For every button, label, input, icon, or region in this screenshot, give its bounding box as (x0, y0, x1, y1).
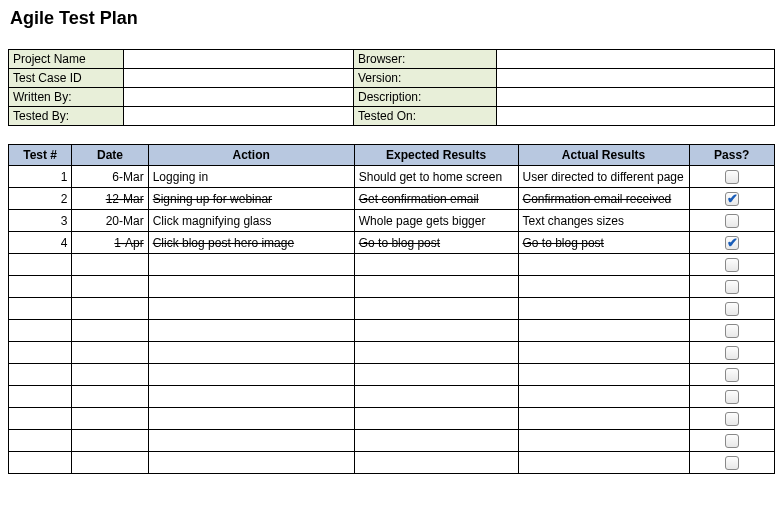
meta-value[interactable] (497, 69, 775, 88)
cell-expected[interactable] (354, 452, 518, 474)
cell-action[interactable]: Logging in (148, 166, 354, 188)
pass-checkbox[interactable] (725, 456, 739, 470)
pass-checkbox[interactable] (725, 346, 739, 360)
cell-date[interactable] (72, 386, 148, 408)
meta-value[interactable] (124, 107, 354, 126)
cell-actual[interactable] (518, 276, 689, 298)
cell-pass (689, 320, 774, 342)
table-row (9, 342, 775, 364)
cell-action[interactable] (148, 452, 354, 474)
cell-test[interactable] (9, 430, 72, 452)
cell-actual[interactable]: Text changes sizes (518, 210, 689, 232)
pass-checkbox[interactable] (725, 412, 739, 426)
cell-test[interactable] (9, 408, 72, 430)
cell-test[interactable] (9, 452, 72, 474)
pass-checkbox[interactable] (725, 192, 739, 206)
cell-actual[interactable] (518, 342, 689, 364)
pass-checkbox[interactable] (725, 214, 739, 228)
pass-checkbox[interactable] (725, 258, 739, 272)
cell-date[interactable] (72, 276, 148, 298)
cell-action[interactable] (148, 364, 354, 386)
cell-action[interactable]: Signing up for webinar (148, 188, 354, 210)
cell-test[interactable] (9, 254, 72, 276)
cell-expected[interactable] (354, 364, 518, 386)
meta-value[interactable] (124, 69, 354, 88)
cell-expected[interactable] (354, 276, 518, 298)
cell-expected[interactable] (354, 320, 518, 342)
cell-expected[interactable] (354, 298, 518, 320)
pass-checkbox[interactable] (725, 236, 739, 250)
cell-action[interactable] (148, 342, 354, 364)
cell-action[interactable] (148, 320, 354, 342)
cell-expected[interactable]: Get confirmation email (354, 188, 518, 210)
cell-date[interactable] (72, 298, 148, 320)
cell-actual[interactable]: User directed to different page (518, 166, 689, 188)
cell-expected[interactable] (354, 430, 518, 452)
pass-checkbox[interactable] (725, 170, 739, 184)
cell-test[interactable] (9, 342, 72, 364)
cell-actual[interactable] (518, 430, 689, 452)
cell-date[interactable]: 1-Apr (72, 232, 148, 254)
cell-action[interactable] (148, 430, 354, 452)
cell-actual[interactable] (518, 364, 689, 386)
meta-value[interactable] (124, 50, 354, 69)
pass-checkbox[interactable] (725, 280, 739, 294)
cell-actual[interactable]: Confirmation email received (518, 188, 689, 210)
cell-test[interactable] (9, 320, 72, 342)
pass-checkbox[interactable] (725, 434, 739, 448)
pass-checkbox[interactable] (725, 324, 739, 338)
cell-actual[interactable] (518, 320, 689, 342)
cell-actual[interactable] (518, 408, 689, 430)
cell-date[interactable] (72, 320, 148, 342)
cell-date[interactable]: 20-Mar (72, 210, 148, 232)
cell-date[interactable]: 12-Mar (72, 188, 148, 210)
cell-actual[interactable] (518, 452, 689, 474)
meta-row: Tested By: Tested On: (9, 107, 775, 126)
cell-expected[interactable]: Whole page gets bigger (354, 210, 518, 232)
meta-value[interactable] (124, 88, 354, 107)
cell-test[interactable] (9, 386, 72, 408)
cell-date[interactable] (72, 430, 148, 452)
cell-test[interactable]: 4 (9, 232, 72, 254)
meta-value[interactable] (497, 50, 775, 69)
table-row (9, 276, 775, 298)
cell-date[interactable] (72, 342, 148, 364)
cell-date[interactable] (72, 452, 148, 474)
pass-checkbox[interactable] (725, 302, 739, 316)
pass-checkbox[interactable] (725, 390, 739, 404)
cell-actual[interactable] (518, 386, 689, 408)
cell-test[interactable]: 3 (9, 210, 72, 232)
col-header-actual: Actual Results (518, 145, 689, 166)
cell-test[interactable] (9, 298, 72, 320)
cell-test[interactable]: 2 (9, 188, 72, 210)
cell-action[interactable] (148, 298, 354, 320)
cell-actual[interactable] (518, 298, 689, 320)
meta-label: Version: (354, 69, 497, 88)
meta-value[interactable] (497, 107, 775, 126)
cell-action[interactable] (148, 254, 354, 276)
cell-action[interactable]: Click blog post hero image (148, 232, 354, 254)
cell-test[interactable]: 1 (9, 166, 72, 188)
cell-date[interactable] (72, 254, 148, 276)
cell-expected[interactable] (354, 386, 518, 408)
pass-checkbox[interactable] (725, 368, 739, 382)
cell-action[interactable] (148, 276, 354, 298)
cell-pass (689, 188, 774, 210)
cell-expected[interactable]: Go to blog post (354, 232, 518, 254)
meta-value[interactable] (497, 88, 775, 107)
cell-test[interactable] (9, 364, 72, 386)
cell-expected[interactable] (354, 408, 518, 430)
cell-test[interactable] (9, 276, 72, 298)
cell-action[interactable] (148, 408, 354, 430)
cell-pass (689, 166, 774, 188)
cell-action[interactable]: Click magnifying glass (148, 210, 354, 232)
cell-expected[interactable]: Should get to home screen (354, 166, 518, 188)
cell-action[interactable] (148, 386, 354, 408)
cell-actual[interactable]: Go to blog post (518, 232, 689, 254)
cell-expected[interactable] (354, 342, 518, 364)
cell-actual[interactable] (518, 254, 689, 276)
cell-date[interactable]: 6-Mar (72, 166, 148, 188)
cell-expected[interactable] (354, 254, 518, 276)
cell-date[interactable] (72, 408, 148, 430)
cell-date[interactable] (72, 364, 148, 386)
